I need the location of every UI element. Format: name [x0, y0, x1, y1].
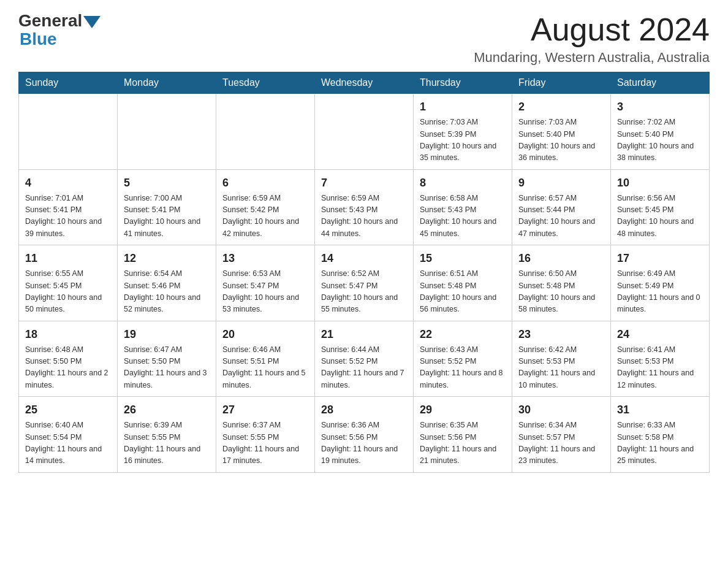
day-number: 4	[25, 175, 111, 191]
calendar-cell: 27Sunrise: 6:37 AMSunset: 5:55 PMDayligh…	[216, 397, 315, 473]
day-info: Sunrise: 6:49 AMSunset: 5:49 PMDaylight:…	[617, 268, 703, 316]
calendar-cell: 17Sunrise: 6:49 AMSunset: 5:49 PMDayligh…	[611, 245, 710, 321]
day-number: 10	[617, 175, 703, 191]
day-number: 7	[321, 175, 407, 191]
day-number: 13	[222, 250, 308, 267]
column-header-saturday: Saturday	[611, 72, 710, 94]
day-info: Sunrise: 6:37 AMSunset: 5:55 PMDaylight:…	[222, 419, 308, 467]
calendar-cell: 24Sunrise: 6:41 AMSunset: 5:53 PMDayligh…	[611, 321, 710, 397]
day-number: 26	[124, 402, 210, 418]
day-number: 20	[222, 326, 308, 343]
day-info: Sunrise: 7:02 AMSunset: 5:40 PMDaylight:…	[617, 117, 703, 164]
calendar-cell: 8Sunrise: 6:58 AMSunset: 5:43 PMDaylight…	[414, 169, 512, 245]
calendar-cell	[118, 94, 216, 170]
calendar-cell: 14Sunrise: 6:52 AMSunset: 5:47 PMDayligh…	[315, 245, 414, 321]
calendar-cell	[19, 94, 118, 170]
calendar-cell: 2Sunrise: 7:03 AMSunset: 5:40 PMDaylight…	[512, 94, 611, 170]
title-area: August 2024 Mundaring, Western Australia…	[474, 12, 710, 66]
day-info: Sunrise: 6:47 AMSunset: 5:50 PMDaylight:…	[124, 344, 210, 392]
day-number: 6	[222, 175, 308, 191]
day-info: Sunrise: 6:59 AMSunset: 5:43 PMDaylight:…	[321, 193, 407, 240]
week-row-1: 1Sunrise: 7:03 AMSunset: 5:39 PMDaylight…	[19, 94, 710, 170]
calendar-cell: 9Sunrise: 6:57 AMSunset: 5:44 PMDaylight…	[512, 169, 611, 245]
month-title: August 2024	[474, 12, 710, 47]
day-number: 14	[321, 250, 407, 267]
day-number: 28	[321, 402, 407, 418]
calendar-cell: 13Sunrise: 6:53 AMSunset: 5:47 PMDayligh…	[216, 245, 315, 321]
calendar-cell: 31Sunrise: 6:33 AMSunset: 5:58 PMDayligh…	[611, 397, 710, 473]
calendar-cell: 1Sunrise: 7:03 AMSunset: 5:39 PMDaylight…	[414, 94, 512, 170]
day-info: Sunrise: 6:43 AMSunset: 5:52 PMDaylight:…	[420, 344, 506, 392]
day-info: Sunrise: 6:46 AMSunset: 5:51 PMDaylight:…	[222, 344, 308, 392]
calendar-cell: 23Sunrise: 6:42 AMSunset: 5:53 PMDayligh…	[512, 321, 611, 397]
day-number: 21	[321, 326, 407, 343]
day-number: 17	[617, 250, 703, 267]
day-number: 3	[617, 99, 703, 115]
calendar-cell: 6Sunrise: 6:59 AMSunset: 5:42 PMDaylight…	[216, 169, 315, 245]
calendar-cell: 26Sunrise: 6:39 AMSunset: 5:55 PMDayligh…	[118, 397, 216, 473]
day-number: 2	[518, 99, 604, 115]
calendar-cell: 21Sunrise: 6:44 AMSunset: 5:52 PMDayligh…	[315, 321, 414, 397]
day-info: Sunrise: 6:58 AMSunset: 5:43 PMDaylight:…	[420, 193, 506, 240]
day-number: 22	[420, 326, 506, 343]
day-info: Sunrise: 6:42 AMSunset: 5:53 PMDaylight:…	[518, 344, 604, 392]
day-info: Sunrise: 6:55 AMSunset: 5:45 PMDaylight:…	[25, 268, 111, 316]
week-row-3: 11Sunrise: 6:55 AMSunset: 5:45 PMDayligh…	[19, 245, 710, 321]
calendar-cell: 30Sunrise: 6:34 AMSunset: 5:57 PMDayligh…	[512, 397, 611, 473]
calendar-cell: 4Sunrise: 7:01 AMSunset: 5:41 PMDaylight…	[19, 169, 118, 245]
logo: General Blue	[18, 12, 100, 49]
day-number: 19	[124, 326, 210, 343]
column-header-friday: Friday	[512, 72, 611, 94]
day-info: Sunrise: 6:57 AMSunset: 5:44 PMDaylight:…	[518, 193, 604, 240]
day-info: Sunrise: 7:00 AMSunset: 5:41 PMDaylight:…	[124, 193, 210, 240]
day-info: Sunrise: 6:35 AMSunset: 5:56 PMDaylight:…	[420, 419, 506, 467]
day-info: Sunrise: 6:34 AMSunset: 5:57 PMDaylight:…	[518, 419, 604, 467]
calendar-cell	[216, 94, 315, 170]
calendar-table: SundayMondayTuesdayWednesdayThursdayFrid…	[18, 72, 710, 473]
calendar-cell: 22Sunrise: 6:43 AMSunset: 5:52 PMDayligh…	[414, 321, 512, 397]
day-info: Sunrise: 6:59 AMSunset: 5:42 PMDaylight:…	[222, 193, 308, 240]
calendar-cell: 11Sunrise: 6:55 AMSunset: 5:45 PMDayligh…	[19, 245, 118, 321]
day-number: 24	[617, 326, 703, 343]
calendar-cell: 7Sunrise: 6:59 AMSunset: 5:43 PMDaylight…	[315, 169, 414, 245]
day-number: 9	[518, 175, 604, 191]
calendar-cell: 3Sunrise: 7:02 AMSunset: 5:40 PMDaylight…	[611, 94, 710, 170]
column-header-tuesday: Tuesday	[216, 72, 315, 94]
day-number: 23	[518, 326, 604, 343]
day-info: Sunrise: 6:33 AMSunset: 5:58 PMDaylight:…	[617, 419, 703, 467]
location-subtitle: Mundaring, Western Australia, Australia	[474, 50, 710, 66]
calendar-cell	[315, 94, 414, 170]
day-info: Sunrise: 6:44 AMSunset: 5:52 PMDaylight:…	[321, 344, 407, 392]
day-info: Sunrise: 7:03 AMSunset: 5:40 PMDaylight:…	[518, 117, 604, 164]
day-number: 30	[518, 402, 604, 418]
day-info: Sunrise: 7:03 AMSunset: 5:39 PMDaylight:…	[420, 117, 506, 164]
column-header-wednesday: Wednesday	[315, 72, 414, 94]
day-info: Sunrise: 6:53 AMSunset: 5:47 PMDaylight:…	[222, 268, 308, 316]
day-number: 29	[420, 402, 506, 418]
day-info: Sunrise: 6:48 AMSunset: 5:50 PMDaylight:…	[25, 344, 111, 392]
day-info: Sunrise: 6:41 AMSunset: 5:53 PMDaylight:…	[617, 344, 703, 392]
calendar-cell: 28Sunrise: 6:36 AMSunset: 5:56 PMDayligh…	[315, 397, 414, 473]
day-number: 5	[124, 175, 210, 191]
calendar-cell: 19Sunrise: 6:47 AMSunset: 5:50 PMDayligh…	[118, 321, 216, 397]
calendar-cell: 15Sunrise: 6:51 AMSunset: 5:48 PMDayligh…	[414, 245, 512, 321]
week-row-4: 18Sunrise: 6:48 AMSunset: 5:50 PMDayligh…	[19, 321, 710, 397]
day-number: 25	[25, 402, 111, 418]
calendar-cell: 12Sunrise: 6:54 AMSunset: 5:46 PMDayligh…	[118, 245, 216, 321]
calendar-cell: 29Sunrise: 6:35 AMSunset: 5:56 PMDayligh…	[414, 397, 512, 473]
day-number: 16	[518, 250, 604, 267]
calendar-cell: 10Sunrise: 6:56 AMSunset: 5:45 PMDayligh…	[611, 169, 710, 245]
column-header-sunday: Sunday	[19, 72, 118, 94]
day-number: 11	[25, 250, 111, 267]
day-info: Sunrise: 6:54 AMSunset: 5:46 PMDaylight:…	[124, 268, 210, 316]
day-number: 18	[25, 326, 111, 343]
day-number: 12	[124, 250, 210, 267]
day-info: Sunrise: 6:50 AMSunset: 5:48 PMDaylight:…	[518, 268, 604, 316]
day-number: 27	[222, 402, 308, 418]
day-number: 31	[617, 402, 703, 418]
day-number: 15	[420, 250, 506, 267]
day-info: Sunrise: 6:52 AMSunset: 5:47 PMDaylight:…	[321, 268, 407, 316]
day-number: 8	[420, 175, 506, 191]
day-info: Sunrise: 6:39 AMSunset: 5:55 PMDaylight:…	[124, 419, 210, 467]
week-row-5: 25Sunrise: 6:40 AMSunset: 5:54 PMDayligh…	[19, 397, 710, 473]
